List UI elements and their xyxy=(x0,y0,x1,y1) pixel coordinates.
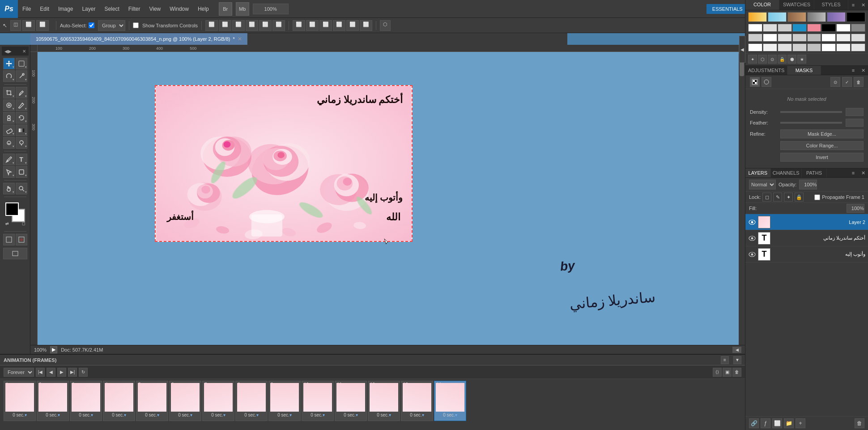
sw9[interactable] xyxy=(748,43,762,52)
eraser-tool[interactable] xyxy=(3,125,15,136)
color-adjust-icon[interactable]: ⊙ xyxy=(768,55,777,64)
menu-filter[interactable]: Filter xyxy=(124,0,145,18)
frame-time-8[interactable]: 0 sec.▾ xyxy=(244,413,259,417)
layer-visibility-text1[interactable] xyxy=(748,234,756,242)
frame-time-3[interactable]: 0 sec.▾ xyxy=(79,413,93,417)
layers-panel-close[interactable]: ✕ xyxy=(858,168,868,177)
foreground-color-swatch[interactable] xyxy=(5,202,19,216)
anim-frame-3[interactable]: 30 sec.▾ xyxy=(70,381,102,421)
adj-pixel-mask-icon[interactable] xyxy=(750,77,760,87)
toolbar-pin-icon[interactable]: ◀▶ xyxy=(4,49,12,54)
anim-frame-11[interactable]: 110 sec.▾ xyxy=(335,381,367,421)
lock-move-btn[interactable]: ✦ xyxy=(784,193,793,202)
anim-frame-5[interactable]: 50 sec.▾ xyxy=(136,381,168,421)
swatch-lgray[interactable] xyxy=(763,24,777,32)
color-panel-close[interactable]: ✕ xyxy=(858,0,868,10)
adj-apply-mask-icon[interactable]: ✓ xyxy=(842,77,852,87)
align-hmid-btn[interactable]: ⬜ xyxy=(259,20,272,31)
menu-file[interactable]: File xyxy=(18,0,35,18)
timeline-scroll-left[interactable]: ◀ xyxy=(732,347,741,353)
default-colors-icon[interactable]: ◻ xyxy=(22,221,25,226)
new-group-btn[interactable]: 📁 xyxy=(784,418,794,428)
sw7[interactable] xyxy=(836,34,851,42)
canvas-area[interactable]: 100 200 300 400 500 100 200 300 xyxy=(30,45,745,354)
frame-time-13[interactable]: 0 sec.▾ xyxy=(410,413,424,417)
opacity-input[interactable] xyxy=(799,180,817,189)
sw2[interactable] xyxy=(763,34,777,42)
anim-frame-13[interactable]: 130 sec.▾ xyxy=(401,381,433,421)
frame-time-12[interactable]: 0 sec.▾ xyxy=(377,413,391,417)
tab-channels[interactable]: CHANNELS xyxy=(771,168,802,177)
doc-tab-close[interactable]: ✕ xyxy=(238,36,242,42)
tab-adjustments[interactable]: ADJUSTMENTS xyxy=(745,66,787,75)
dist-hright-btn[interactable]: ⬜ xyxy=(360,20,372,31)
align-right-btn[interactable]: ⬜ xyxy=(36,20,49,31)
sw14[interactable] xyxy=(821,43,836,52)
tab-styles[interactable]: STYLES xyxy=(814,0,848,10)
eyedropper-tool[interactable] xyxy=(16,87,27,99)
adj-vector-mask-icon[interactable] xyxy=(762,77,771,87)
layer-row-layer2[interactable]: Layer 2 xyxy=(745,214,868,230)
zoom-tool[interactable] xyxy=(16,183,27,194)
color-panel-menu[interactable]: ≡ xyxy=(848,0,858,10)
adj-load-selection-icon[interactable]: ⊙ xyxy=(830,77,840,87)
frame-time-10[interactable]: 0 sec.▾ xyxy=(311,413,325,417)
layer-visibility-layer2[interactable] xyxy=(748,218,756,226)
panel-collapse-btn[interactable]: ◀ xyxy=(739,36,745,63)
delete-layer-btn[interactable]: 🗑 xyxy=(855,418,864,428)
heal-tool[interactable] xyxy=(3,99,15,111)
color-lock-icon[interactable]: 🔒 xyxy=(778,55,787,64)
fill-input[interactable] xyxy=(847,204,864,213)
align-top-btn[interactable]: ⬜ xyxy=(205,20,218,31)
auto-select-checkbox[interactable] xyxy=(89,22,94,28)
anim-delete-btn[interactable]: 🗑 xyxy=(732,368,741,377)
link-layers-btn[interactable]: 🔗 xyxy=(749,418,759,428)
sw10[interactable] xyxy=(763,43,777,52)
frame-time-11[interactable]: 0 sec.▾ xyxy=(344,413,358,417)
dist-vmid-btn[interactable]: ⬜ xyxy=(306,20,319,31)
dist-top-btn[interactable]: ⬜ xyxy=(293,20,305,31)
blur-tool[interactable] xyxy=(3,137,15,149)
sw5[interactable] xyxy=(807,34,821,42)
shape-tool[interactable] xyxy=(16,166,27,178)
scrollbar-vertical[interactable]: ▲ ▼ xyxy=(739,45,745,354)
screen-mode-btn[interactable] xyxy=(3,248,27,259)
tab-paths[interactable]: PATHS xyxy=(802,168,827,177)
align-left-btn[interactable]: ◫ xyxy=(10,20,21,31)
selection-tool[interactable] xyxy=(16,58,27,69)
anim-rewind-btn[interactable]: |◀ xyxy=(36,368,45,377)
menu-select[interactable]: Select xyxy=(100,0,123,18)
dist-bottom-btn[interactable]: ⬜ xyxy=(319,20,332,31)
lock-all-btn[interactable]: 🔒 xyxy=(795,193,804,202)
quick-mask-btn[interactable] xyxy=(16,234,27,245)
tab-color[interactable]: COLOR xyxy=(745,0,779,10)
frame-time-1[interactable]: 0 sec.▾ xyxy=(13,413,27,417)
anim-play-btn[interactable]: ▶ xyxy=(57,368,66,377)
align-center-btn[interactable]: ⬜ xyxy=(22,20,35,31)
swatch-blue[interactable] xyxy=(792,24,807,32)
swatch-black[interactable] xyxy=(847,12,865,22)
anim-frame-2[interactable]: 20 sec.▾ xyxy=(37,381,69,421)
anim-frame-8[interactable]: 80 sec.▾ xyxy=(235,381,268,421)
sw11[interactable] xyxy=(778,43,792,52)
swatch-brown[interactable] xyxy=(787,12,806,22)
zoom-display[interactable]: 100% xyxy=(34,347,47,353)
swatch-pink[interactable] xyxy=(807,24,821,32)
sw8[interactable] xyxy=(851,34,865,42)
pen-tool[interactable] xyxy=(3,154,15,165)
animation-panel-menu[interactable]: ≡ xyxy=(721,356,729,364)
miniBridge-icon[interactable]: Mb xyxy=(236,2,249,16)
color-snap-icon[interactable]: ✦ xyxy=(748,55,757,64)
adj-delete-mask-icon[interactable]: 🗑 xyxy=(854,77,864,87)
swatch-black2[interactable] xyxy=(821,24,836,32)
anim-next-btn[interactable]: ▶| xyxy=(68,368,77,377)
anim-frame-9[interactable]: 90 sec.▾ xyxy=(268,381,301,421)
move-tool[interactable] xyxy=(3,58,15,69)
color-picker-icon[interactable]: ⬡ xyxy=(758,55,767,64)
align-bottom-btn[interactable]: ⬜ xyxy=(232,20,245,31)
lock-transparent-btn[interactable]: ◻ xyxy=(762,193,771,202)
frame-time-6[interactable]: 0 sec.▾ xyxy=(178,413,192,417)
toolbar-close-icon[interactable]: ✕ xyxy=(22,49,26,54)
dist-hleft-btn[interactable]: ⬜ xyxy=(333,20,345,31)
swatch-mgray[interactable] xyxy=(778,24,792,32)
